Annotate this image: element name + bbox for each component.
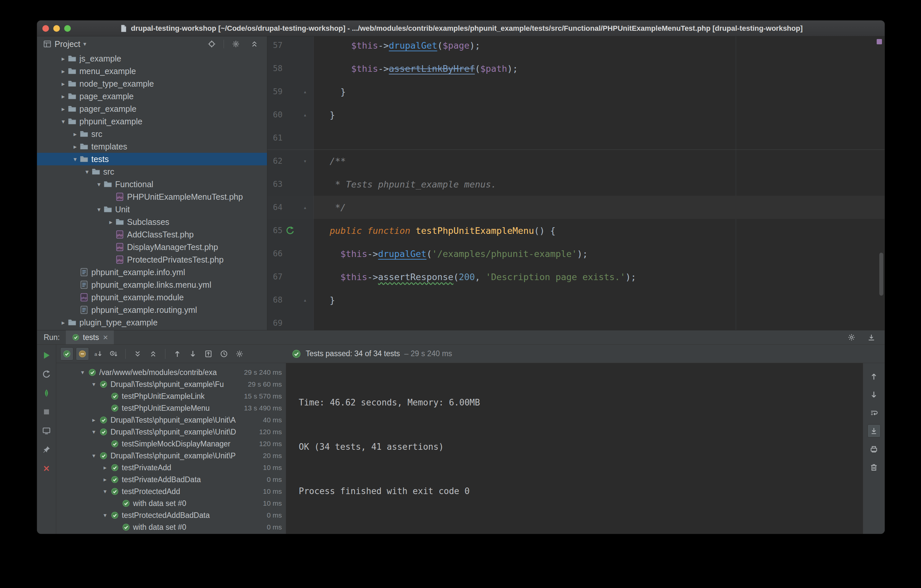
editor-scrollbar-thumb[interactable] (879, 253, 883, 296)
sort-alphabetically-button[interactable]: a (91, 347, 104, 361)
chevron-down-icon[interactable]: ▾ (83, 41, 86, 48)
test-tree-item[interactable]: testPhpUnitExampleLink15 s 570 ms (56, 390, 286, 402)
chevron-right-icon[interactable]: ▸ (59, 67, 67, 75)
test-tree-item[interactable]: ▸Drupal\Tests\phpunit_example\Unit\A40 m… (56, 414, 286, 426)
chevron-down-icon[interactable]: ▾ (94, 206, 103, 213)
rerun-failed-tests-button[interactable] (40, 367, 53, 381)
editor-line-59[interactable]: 59▴ } (267, 80, 885, 103)
options-button[interactable] (233, 347, 246, 361)
chevron-down-icon[interactable]: ▾ (77, 369, 88, 376)
chevron-right-icon[interactable]: ▸ (99, 476, 111, 483)
chevron-down-icon[interactable]: ▾ (83, 168, 91, 175)
editor-line-69[interactable]: 69 (267, 312, 885, 330)
chevron-right-icon[interactable]: ▸ (59, 93, 67, 100)
project-tree-item-phpunit_example.module[interactable]: phpphpunit_example.module (37, 291, 267, 304)
chevron-right-icon[interactable]: ▸ (59, 105, 67, 113)
project-tree-item-node_type_example[interactable]: ▸node_type_example (37, 77, 267, 90)
project-tree-item-tests[interactable]: ▾tests (37, 153, 267, 166)
soft-wrap-button[interactable] (867, 406, 880, 419)
project-tree-item-src[interactable]: ▸src (37, 128, 267, 140)
chevron-down-icon[interactable]: ▾ (99, 512, 111, 519)
chevron-down-icon[interactable]: ▾ (88, 452, 99, 460)
editor-line-57[interactable]: 57 $this->drupalGet($page); (267, 36, 885, 57)
project-tree-item-phpunit_example.links.menu.yml[interactable]: phpunit_example.links.menu.yml (37, 278, 267, 291)
chevron-down-icon[interactable]: ▾ (99, 488, 111, 495)
project-tree-item-DisplayManagerTest.php[interactable]: phpDisplayManagerTest.php (37, 241, 267, 253)
test-tree-item[interactable]: ▾testProtectedAdd10 ms (56, 486, 286, 497)
editor-line-61[interactable]: 61 (267, 126, 885, 149)
scroll-up-button[interactable] (867, 370, 880, 383)
chevron-down-icon[interactable]: ▾ (88, 381, 99, 388)
chevron-right-icon[interactable]: ▸ (88, 416, 99, 424)
project-tree-item-src[interactable]: ▾src (37, 166, 267, 178)
project-tree-item-ProtectedPrivatesTest.php[interactable]: phpProtectedPrivatesTest.php (37, 253, 267, 266)
editor-line-58[interactable]: 58 $this->assertLinkByHref($path); (267, 57, 885, 80)
clear-console-button[interactable] (867, 461, 880, 474)
next-failed-test-button[interactable] (186, 347, 200, 361)
test-tree-item[interactable]: with data set #00 ms (56, 521, 286, 533)
test-tree-item[interactable]: testSimpleMockDisplayManager120 ms (56, 438, 286, 450)
chevron-right-icon[interactable]: ▸ (59, 55, 67, 62)
fold-marker-icon[interactable]: ▴ (303, 89, 307, 94)
chevron-right-icon[interactable]: ▸ (107, 218, 115, 226)
zoom-window-button[interactable] (64, 25, 71, 32)
collapse-all-button[interactable] (248, 37, 261, 50)
previous-failed-test-button[interactable] (171, 347, 184, 361)
project-tree-item-js_example[interactable]: ▸js_example (37, 52, 267, 65)
pin-tab-button[interactable] (40, 443, 53, 456)
test-tree-item[interactable]: ▸testPrivateAddBadData0 ms (56, 474, 286, 486)
chevron-down-icon[interactable]: ▾ (88, 428, 99, 435)
test-history-button[interactable] (217, 347, 231, 361)
settings-button[interactable] (229, 37, 242, 50)
test-console[interactable]: Time: 46.62 seconds, Memory: 6.00MBOK (3… (286, 363, 863, 534)
stop-button[interactable] (40, 405, 53, 418)
settings-button[interactable] (845, 331, 858, 344)
project-tree-item-templates[interactable]: ▸templates (37, 140, 267, 153)
scroll-down-button[interactable] (867, 388, 880, 401)
project-tree-item-Unit[interactable]: ▾Unit (37, 203, 267, 216)
hide-window-button[interactable] (865, 331, 878, 344)
chevron-right-icon[interactable]: ▸ (59, 80, 67, 88)
editor-line-65[interactable]: 65 public function testPhpUnitExampleMen… (267, 219, 885, 242)
fold-marker-icon[interactable]: ▴ (303, 205, 307, 210)
print-button[interactable] (867, 442, 880, 456)
test-tree-item[interactable]: with data set #010 ms (56, 497, 286, 509)
test-tree-item[interactable]: ▾testProtectedAddBadData0 ms (56, 509, 286, 521)
close-button[interactable] (40, 462, 53, 475)
editor[interactable]: 57 $this->drupalGet($page);58 $this->ass… (267, 36, 885, 330)
fold-marker-icon[interactable]: ▴ (303, 297, 307, 303)
fold-marker-icon[interactable]: ▾ (303, 158, 307, 164)
project-tree-item-AddClassTest.php[interactable]: phpAddClassTest.php (37, 228, 267, 241)
project-tree-item-PHPUnitExampleMenuTest.php[interactable]: phpPHPUnitExampleMenuTest.php (37, 190, 267, 203)
project-tree-item-page_example[interactable]: ▸page_example (37, 90, 267, 102)
error-stripe-mark[interactable] (877, 39, 882, 44)
tab-tests[interactable]: tests × (66, 330, 114, 344)
editor-line-64[interactable]: 64▴ */ (267, 196, 885, 219)
project-tree-item-phpunit_example[interactable]: ▾phpunit_example (37, 115, 267, 128)
sort-by-duration-button[interactable] (107, 347, 120, 361)
chevron-right-icon[interactable]: ▸ (59, 319, 67, 326)
close-tab-icon[interactable]: × (103, 333, 108, 342)
test-tree-item[interactable]: testPhpUnitExampleMenu13 s 490 ms (56, 402, 286, 414)
project-panel-title[interactable]: Project (55, 39, 80, 49)
project-tree-item-phpunit_example.routing.yml[interactable]: phpunit_example.routing.yml (37, 304, 267, 316)
chevron-down-icon[interactable]: ▾ (71, 156, 80, 163)
test-tree-item[interactable]: ▸testPrivateAdd10 ms (56, 462, 286, 474)
project-tree-item-menu_example[interactable]: ▸menu_example (37, 65, 267, 77)
editor-line-68[interactable]: 68▴ } (267, 288, 885, 312)
test-tree-item[interactable]: ▾/var/www/web/modules/contrib/exa29 s 24… (56, 366, 286, 378)
project-tree-item-pager_example[interactable]: ▸pager_example (37, 102, 267, 115)
collapse-all-button[interactable] (146, 347, 160, 361)
show-passed-button[interactable] (60, 347, 73, 361)
project-tree-item-Subclasses[interactable]: ▸Subclasses (37, 216, 267, 228)
editor-line-67[interactable]: 67 $this->assertResponse(200, 'Descripti… (267, 265, 885, 288)
editor-line-60[interactable]: 60▴ } (267, 103, 885, 126)
test-tree-item[interactable]: ▾Drupal\Tests\phpunit_example\Unit\P20 m… (56, 450, 286, 462)
chevron-right-icon[interactable]: ▸ (99, 464, 111, 471)
chevron-right-icon[interactable]: ▸ (71, 130, 80, 138)
toggle-auto-test-button[interactable] (40, 386, 53, 400)
editor-line-62[interactable]: 62▾ /** (267, 149, 885, 173)
project-tree-item-plugin_type_example[interactable]: ▸plugin_type_example (37, 316, 267, 329)
select-opened-file-button[interactable] (205, 37, 218, 50)
show-console-button[interactable] (40, 424, 53, 437)
